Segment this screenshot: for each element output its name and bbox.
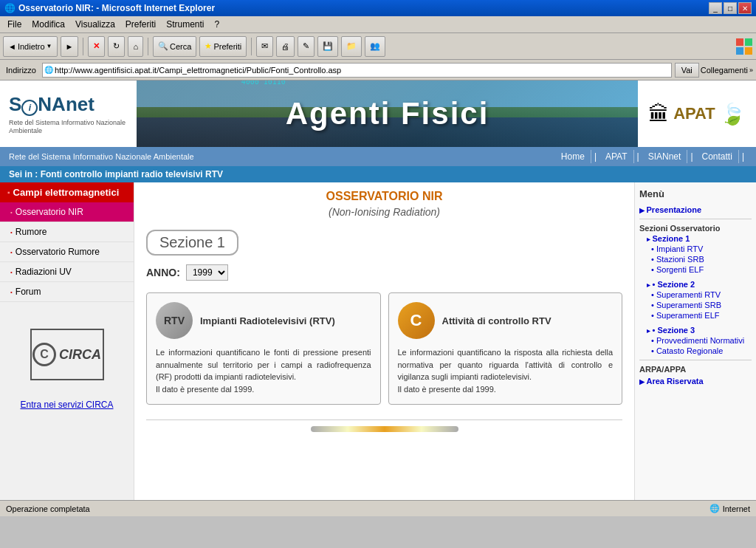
main-content: OSSERVATORIO NIR (Non-Ionising Radiation… [134,182,634,500]
banner-title: Agenti Fisici [286,96,489,131]
print-icon: 🖨 [281,42,289,51]
section-header: Sezione 1 [146,230,622,256]
home-button[interactable]: ⌂ [128,36,143,57]
sidebar-dot-4: • [10,269,13,275]
nav-sinanet[interactable]: SIANnet [642,150,688,163]
right-superamenti-elf-link[interactable]: Superamenti ELF [651,311,752,320]
circa-section: C CIRCA Entra nei servizi CIRCA [0,317,134,413]
sidebar-item-forum[interactable]: • Forum [0,282,134,302]
right-divider-1 [639,219,752,219]
menu-strumenti[interactable]: Strumenti [162,18,208,31]
edit-button[interactable]: ✎ [298,36,315,57]
go-button[interactable]: Vai [675,63,699,78]
stop-button[interactable]: ✕ [88,36,105,57]
right-impianti-rtv-link[interactable]: Impianti RTV [651,244,752,253]
mail-button[interactable]: ✉ [256,36,273,57]
toolbar: ◄ Indietro ▼ ► ✕ ↻ ⌂ 🔍 Cerca ★ Preferiti… [0,33,756,60]
circa-c-icon: C [32,343,56,366]
card2-text: Le informazioni quantificano la risposta… [398,346,614,395]
right-area-riservata-link[interactable]: Area Riservata [639,377,752,386]
sidebar-item-radiazioni-uv[interactable]: • Radiazioni UV [0,262,134,282]
sidebar-label-3: Osservatorio Rumore [16,247,100,257]
right-sezione1-link[interactable]: Sezione 1 [647,234,752,243]
nav-contatti[interactable]: Contatti [696,150,739,163]
right-presentazione-link[interactable]: Presentazione [639,205,752,214]
menu-modifica[interactable]: Modifica [27,18,69,31]
disk-icon: 💾 [323,41,333,51]
content-footer [146,419,622,432]
sidebar-label-4: Radiazioni UV [16,267,72,277]
links-expand-icon[interactable]: » [749,66,753,74]
sidebar-label-2: Rumore [16,227,47,237]
logo-circle-i: i [21,100,38,116]
ie-icon: 🌐 [4,3,16,13]
right-sezione3-link[interactable]: • Sezione 3 [647,326,752,335]
right-menu-title: Menù [639,187,752,201]
anno-select[interactable]: 1999 2000 2001 2002 2003 [186,264,228,281]
svg-rect-2 [736,47,743,55]
statusbar: Operazione completata 🌐 Internet [0,500,756,516]
apat-logo-text: APAT [673,104,715,123]
anno-label: ANNO: [146,267,180,278]
right-sezioni-label: Sezioni Osservatorio [639,224,752,233]
folder-button[interactable]: 📁 [341,36,362,57]
entra-circa-link[interactable]: Entra nei servizi CIRCA [0,397,134,413]
right-sorgenti-elf-link[interactable]: Sorgenti ELF [651,265,752,274]
nav-apat[interactable]: APAT [599,150,634,163]
rtv-icon-text: RTV [164,315,185,326]
print-button[interactable]: 🖨 [276,36,295,57]
sidebar-dot-2: • [10,229,13,236]
back-button[interactable]: ◄ Indietro ▼ [3,36,58,57]
favorites-button[interactable]: ★ Preferiti [199,36,247,57]
back-dropdown-icon[interactable]: ▼ [47,43,52,49]
card-rtv: RTV Impianti Radiotelevisivi (RTV) Le in… [146,292,381,405]
right-stazioni-srb-link[interactable]: Stazioni SRB [651,255,752,264]
search-button[interactable]: 🔍 Cerca [153,36,196,57]
right-superamenti-rtv-link[interactable]: Superamenti RTV [651,290,752,299]
maximize-button[interactable]: □ [724,2,737,14]
address-input-wrapper: 🌐 [42,63,672,78]
osservatorio-title: OSSERVATORIO NIR [146,190,622,203]
card2-title[interactable]: Attività di controllo RTV [442,315,551,326]
menu-preferiti[interactable]: Preferiti [121,18,160,31]
decorative-bar [311,426,458,432]
disk-button[interactable]: 💾 [317,36,338,57]
sidebar-section-label: Campi elettromagnetici [13,187,120,198]
titlebar-buttons: _ □ ✕ [709,2,752,14]
menubar: File Modifica Visualizza Preferiti Strum… [0,16,756,33]
right-catasto-link[interactable]: Catasto Regionale [651,346,752,355]
back-icon: ◄ [8,42,16,51]
sidebar-item-rumore[interactable]: • Rumore [0,222,134,242]
sinanet-logo: SiNAnet Rete del Sistema Informativo Naz… [0,81,137,147]
menu-file[interactable]: File [3,18,26,31]
minimize-button[interactable]: _ [709,2,722,14]
nav-home[interactable]: Home [555,150,591,163]
users-button[interactable]: 👥 [365,36,385,57]
sinanet-subtitle: Rete del Sistema Informativo Nazionale A… [9,119,127,135]
windows-logo [735,38,753,55]
menu-help[interactable]: ? [210,18,224,31]
right-sezione2-link[interactable]: • Sezione 2 [647,280,752,289]
titlebar: 🌐 Osservatorio NIR: - Microsoft Internet… [0,0,756,16]
sidebar-dot-1: • [10,209,13,216]
site-nav: Rete del Sistema Informativo Nazionale A… [0,147,756,166]
address-input[interactable] [55,66,670,75]
menu-visualizza[interactable]: Visualizza [71,18,120,31]
forward-button[interactable]: ► [61,36,79,57]
sidebar-item-osservatorio-nir[interactable]: • Osservatorio NIR [0,202,134,222]
sidebar-item-osservatorio-rumore[interactable]: • Osservatorio Rumore [0,242,134,262]
nav-links: Home | APAT | SIANnet | Contatti | [555,150,747,163]
circa-box: C CIRCA [30,329,104,380]
right-provvedimenti-link[interactable]: Provvedimenti Normativi [651,336,752,345]
main-layout: ▪ Campi elettromagnetici • Osservatorio … [0,182,756,500]
close-button[interactable]: ✕ [738,2,752,14]
card1-title[interactable]: Impianti Radiotelevisivi (RTV) [200,315,335,326]
favorites-label: Preferiti [213,42,241,51]
users-icon: 👥 [370,41,380,51]
refresh-button[interactable]: ↻ [108,36,125,57]
circa-logo-wrapper: C CIRCA [0,317,134,392]
sidebar-label-1: Osservatorio NIR [16,207,83,217]
statusbar-right: 🌐 Internet [709,504,750,513]
right-superamenti-srb-link[interactable]: Superamenti SRB [651,301,752,309]
internet-zone-label: Internet [723,504,750,513]
